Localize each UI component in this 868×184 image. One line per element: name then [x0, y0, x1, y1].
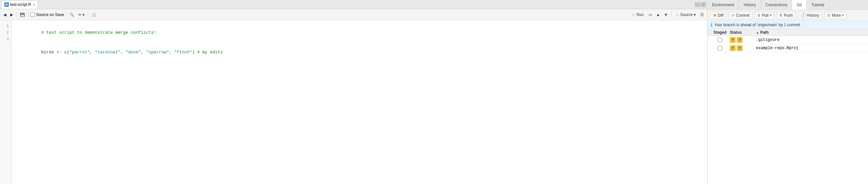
code-comment-1: # test script to demonstrate merge confl…	[41, 30, 156, 35]
staged-checkbox-2[interactable]	[710, 46, 730, 51]
commit-icon: ✔	[732, 13, 735, 18]
wand-icon: ✏	[78, 12, 82, 17]
up-icon: ▲	[656, 12, 660, 17]
editor-toolbar: ◀ ▶ 💾 Source on Save 🔍	[0, 9, 707, 20]
forward-button[interactable]: ▶	[9, 11, 14, 19]
divider5	[671, 12, 672, 18]
sort-arrow-icon: ▲	[756, 31, 759, 34]
code-line-3: birds <- c("parrot", "cardinal", "dove",…	[16, 42, 703, 62]
stage-file-1-checkbox[interactable]	[718, 38, 722, 42]
more-dropdown-icon: ▾	[842, 13, 844, 17]
code-str5: "finch"	[174, 50, 192, 55]
minimize-button[interactable]: –	[695, 2, 700, 7]
status-badge-1b: ?	[737, 37, 743, 43]
tab-tutorial[interactable]: Tutorial	[807, 0, 829, 9]
header-status: Status	[730, 30, 756, 35]
header-path: ▲ Path	[756, 30, 865, 35]
git-file-row-1: ? ? .gitignore	[708, 36, 868, 44]
rerun-button[interactable]: ⇒	[647, 11, 653, 19]
code-line-1: # test script to demonstrate merge confl…	[16, 23, 703, 42]
tab-connections-label: Connections	[766, 3, 787, 7]
panel-tabs: Environment History Connections Git Tuto…	[708, 0, 868, 10]
pull-icon: ⬇	[757, 13, 761, 18]
forward-icon: ▶	[10, 12, 13, 17]
code-str1: "parrot"	[69, 50, 90, 55]
info-icon: ℹ	[711, 22, 712, 28]
git-table-header: Staged Status ▲ Path	[708, 29, 868, 36]
code-str3: "dove"	[126, 50, 141, 55]
file-path-1: .gitignore	[756, 38, 865, 42]
status-badges-1: ? ?	[730, 37, 756, 43]
git-info-message: Your branch is ahead of 'origin/main' by…	[714, 23, 801, 27]
history-icon: 🕐	[801, 13, 806, 18]
status-badges-2: ? ?	[730, 45, 756, 51]
source-on-save-checkbox[interactable]	[30, 12, 35, 17]
code-variable: birds	[41, 50, 57, 55]
tab-environment[interactable]: Environment	[708, 0, 739, 9]
code-tools-button[interactable]: ✏▾	[77, 11, 86, 19]
push-icon: ⬆	[779, 13, 782, 18]
source-arrow-icon: →	[675, 12, 679, 17]
stage-file-2-checkbox[interactable]	[718, 46, 722, 51]
pull-label: Pull	[762, 13, 768, 18]
more-button[interactable]: ⚙ More ▾	[824, 11, 847, 19]
commit-button[interactable]: ✔ Commit	[728, 11, 752, 19]
back-button[interactable]: ◀	[2, 11, 7, 19]
git-file-row-2: ? ? example-repo.Rproj	[708, 44, 868, 52]
r-file-icon: R	[4, 2, 9, 7]
git-file-table: Staged Status ▲ Path ? ? .gitignore	[708, 29, 868, 184]
compile-button[interactable]: ⬜	[90, 11, 98, 19]
gear-icon: ⚙	[827, 13, 831, 18]
git-toolbar: ≋ Diff ✔ Commit ⬇ Pull ▾ ⬆ Push 🕐 Histor…	[708, 10, 868, 21]
window-controls: – □	[695, 2, 706, 7]
pull-dropdown-icon: ▾	[770, 13, 771, 17]
tab-environment-label: Environment	[712, 3, 734, 7]
history-button[interactable]: 🕐 History	[798, 11, 822, 19]
line-number-1: 1	[0, 23, 11, 29]
code-func: c(	[64, 50, 69, 55]
tab-label: test-script.R	[10, 2, 31, 7]
file-path-2: example-repo.Rproj	[756, 46, 865, 51]
header-staged: Staged	[710, 30, 730, 35]
rerun-icon: ⇒	[648, 12, 652, 17]
editor-tab[interactable]: R test-script.R ×	[1, 0, 38, 9]
commit-label: Commit	[736, 13, 749, 18]
tab-connections[interactable]: Connections	[761, 0, 792, 9]
maximize-button[interactable]: □	[701, 2, 706, 7]
tab-close-button[interactable]: ×	[33, 3, 35, 6]
code-str2: "cardinal"	[95, 50, 121, 55]
back-icon: ◀	[3, 12, 6, 17]
save-button[interactable]: 💾	[19, 11, 26, 19]
divider3	[66, 12, 66, 18]
source-button[interactable]: → Source ▾	[674, 12, 698, 18]
tab-history-label: History	[744, 3, 756, 7]
search-button[interactable]: 🔍	[68, 11, 76, 19]
source-label: Source	[680, 12, 693, 17]
divider1	[17, 12, 17, 18]
tab-git-label: Git	[797, 3, 802, 7]
next-section-button[interactable]: ▼	[663, 11, 669, 19]
editor-menu-button[interactable]: ☰	[699, 11, 705, 19]
more-label: More	[832, 13, 841, 18]
source-dropdown-icon: ▾	[694, 12, 696, 17]
tab-tutorial-label: Tutorial	[811, 3, 825, 7]
history-label: History	[807, 13, 819, 18]
tab-bar: R test-script.R × – □	[0, 0, 707, 9]
prev-section-button[interactable]: ▲	[655, 11, 661, 19]
code-assign: <-	[57, 50, 64, 55]
code-area: 1 2 3 # test script to demonstrate merge…	[0, 20, 707, 184]
code-str4: "sparrow"	[146, 50, 169, 55]
tab-history-top[interactable]: History	[739, 0, 761, 9]
push-button[interactable]: ⬆ Push	[776, 11, 796, 19]
staged-checkbox-1[interactable]	[710, 38, 730, 42]
search-icon: 🔍	[69, 12, 74, 17]
hamburger-icon: ☰	[700, 12, 704, 17]
run-button[interactable]: → Run	[628, 11, 646, 18]
tab-git[interactable]: Git	[792, 0, 806, 9]
diff-button[interactable]: ≋ Diff	[710, 11, 726, 19]
pull-button[interactable]: ⬇ Pull ▾	[754, 11, 774, 19]
git-panel: Environment History Connections Git Tuto…	[708, 0, 868, 184]
diff-icon: ≋	[713, 13, 716, 18]
code-comment-inline: # my edits	[197, 50, 223, 55]
code-content[interactable]: # test script to demonstrate merge confl…	[12, 20, 707, 184]
